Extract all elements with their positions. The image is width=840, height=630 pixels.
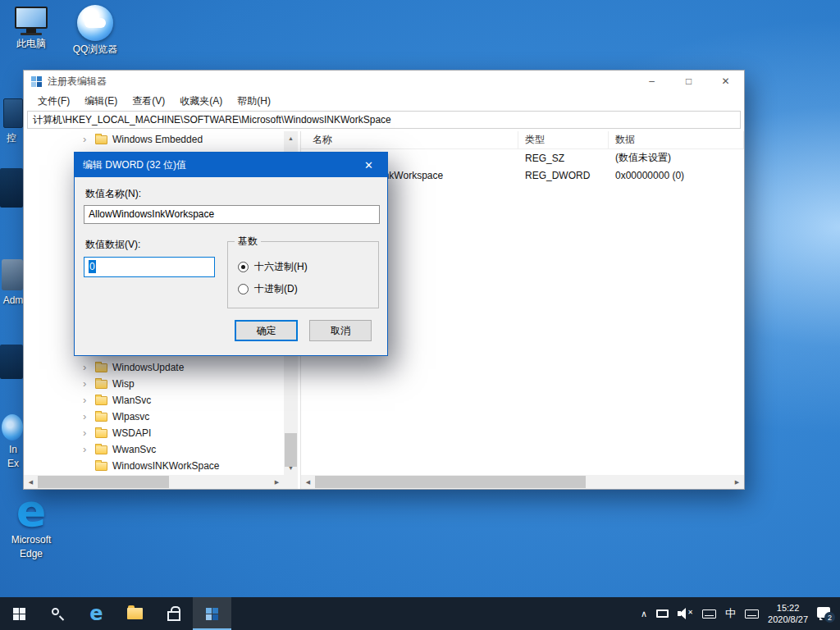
clock-time: 15:22 [768,602,808,614]
folder-icon [95,462,107,471]
partial-desktop-icon-ie[interactable] [2,414,23,441]
close-button[interactable]: ✕ [707,71,744,92]
cancel-button[interactable]: 取消 [309,320,372,341]
tree-item-wlansvc[interactable]: › WlanSvc [24,392,286,409]
value-data-cell: 0x00000000 (0) [609,170,744,181]
taskbar-store-button[interactable] [154,597,193,630]
dialog-titlebar[interactable]: 编辑 DWORD (32 位)值 [75,153,387,177]
radio-hexadecimal[interactable]: 十六进制(H) [238,260,308,273]
value-name-label: 数值名称(N): [85,187,141,201]
tree-item-wlpasvc[interactable]: › Wlpasvc [24,409,286,425]
address-bar-area: 计算机\HKEY_LOCAL_MACHINE\SOFTWARE\Microsof… [24,110,744,131]
column-header-data[interactable]: 数据 [609,131,744,149]
base-groupbox: 基数 十六进制(H) 十进制(D) [227,241,379,308]
scroll-up-icon[interactable]: ▲ [284,131,298,145]
desktop-icon-this-pc[interactable]: 此电脑 [0,7,62,49]
tree-item-label: Windows Embedded [112,134,203,145]
maximize-button[interactable]: □ [670,71,707,92]
chevron-right-icon[interactable]: › [83,378,95,390]
partial-desktop-icon-4[interactable] [0,345,23,379]
tree-horizontal-scrollbar[interactable]: ◀ ▶ [24,475,284,489]
value-data-input[interactable]: 0 [84,257,215,277]
partial-desktop-icon-1[interactable] [3,98,23,128]
desktop-icon-qq-browser[interactable]: QQ浏览器 [64,5,126,55]
scroll-right-icon[interactable]: ▶ [270,475,284,489]
desktop-icon-edge[interactable]: e Microsoft Edge [0,491,62,559]
column-header-type[interactable]: 类型 [518,131,609,149]
dialog-close-icon[interactable]: ✕ [350,153,387,177]
radio-decimal[interactable]: 十进制(D) [238,282,298,295]
value-name-input[interactable]: AllowWindowsInkWorkspace [84,205,380,224]
registry-window-title: 注册表编辑器 [48,75,107,89]
tree-item-label: WwanSvc [112,444,156,455]
chevron-right-icon[interactable]: › [83,444,95,455]
registry-app-icon [31,76,42,87]
registry-titlebar[interactable]: 注册表编辑器 – □ ✕ [24,71,744,92]
tree-item-label: WSDAPI [112,427,151,439]
touch-keyboard-icon[interactable] [745,609,759,619]
column-header-name[interactable]: 名称 [301,131,518,149]
radio-checked-icon[interactable] [238,262,249,272]
chevron-right-icon[interactable]: › [83,395,95,406]
taskbar-search-button[interactable] [39,597,77,630]
file-explorer-icon [127,608,143,619]
dialog-title: 编辑 DWORD (32 位)值 [83,158,186,172]
tree-item-wwansvc[interactable]: › WwanSvc [24,441,286,458]
tree-item-windows-embedded[interactable]: › Windows Embedded [24,131,286,148]
registry-icon [206,608,218,620]
menu-edit[interactable]: 编辑(E) [77,92,125,110]
menu-favorites[interactable]: 收藏夹(A) [172,92,230,110]
tree-item-wsdapi[interactable]: › WSDAPI [24,425,286,441]
tree-item-label: Wlpasvc [112,411,149,422]
volume-muted-icon[interactable]: ✕ [678,607,693,620]
taskbar-explorer-button[interactable] [116,597,154,630]
edge-label-line2: Edge [0,548,62,559]
taskbar-regedit-button[interactable] [193,597,231,630]
taskbar-edge-button[interactable]: e [77,597,116,630]
value-data-label: 数值数据(V): [85,238,140,252]
menu-view[interactable]: 查看(V) [125,92,172,110]
partial-desktop-icon-2[interactable] [0,168,23,208]
tree-item-wisp[interactable]: › Wisp [24,376,286,392]
value-type-cell: REG_SZ [518,153,609,164]
list-horizontal-scrollbar[interactable]: ◀ ▶ [301,475,744,489]
radio-hex-label: 十六进制(H) [254,260,308,274]
edge-label-line1: Microsoft [0,534,62,546]
registry-menubar: 文件(F) 编辑(E) 查看(V) 收藏夹(A) 帮助(H) [24,92,744,110]
folder-icon [95,363,107,372]
address-bar-input[interactable]: 计算机\HKEY_LOCAL_MACHINE\SOFTWARE\Microsof… [27,111,741,129]
qq-browser-label: QQ浏览器 [64,43,126,55]
partial-desktop-icon-3[interactable] [2,259,23,290]
minimize-button[interactable]: – [633,71,670,92]
ime-language-indicator[interactable]: 中 [725,606,736,621]
start-button[interactable] [0,597,39,630]
scroll-down-icon[interactable]: ▼ [284,461,298,475]
tray-chevron-up-icon[interactable]: ∧ [641,609,647,619]
tree-item-windowsinkworkspace[interactable]: WindowsINKWorkSpace [24,458,286,474]
list-hscroll-thumb[interactable] [315,476,586,488]
menu-help[interactable]: 帮助(H) [230,92,278,110]
folder-icon [95,413,107,422]
menu-file[interactable]: 文件(F) [30,92,77,110]
tree-item-label: Wisp [112,378,135,390]
scroll-left-icon[interactable]: ◀ [301,475,315,489]
chevron-right-icon[interactable]: › [83,427,95,439]
ok-button[interactable]: 确定 [235,320,298,341]
tree-hscroll-thumb[interactable] [38,476,169,488]
chevron-right-icon[interactable]: › [83,362,95,373]
store-icon [167,611,180,621]
ime-keyboard-icon[interactable] [702,609,716,619]
scroll-right-icon[interactable]: ▶ [730,475,744,489]
chevron-right-icon[interactable]: › [83,411,95,422]
list-header: 名称 类型 数据 [301,131,744,149]
tree-item-windowsupdate[interactable]: › WindowsUpdate [24,359,286,376]
folder-icon [95,380,107,389]
scroll-left-icon[interactable]: ◀ [24,475,38,489]
action-center-icon[interactable]: 2 [817,606,833,621]
display-icon[interactable] [656,609,669,618]
radio-unchecked-icon[interactable] [238,284,249,294]
value-data-cell: (数值未设置) [609,151,744,165]
chevron-right-icon[interactable]: › [83,134,95,145]
this-pc-label: 此电脑 [0,38,62,49]
taskbar-clock[interactable]: 15:22 2020/8/27 [768,602,808,625]
